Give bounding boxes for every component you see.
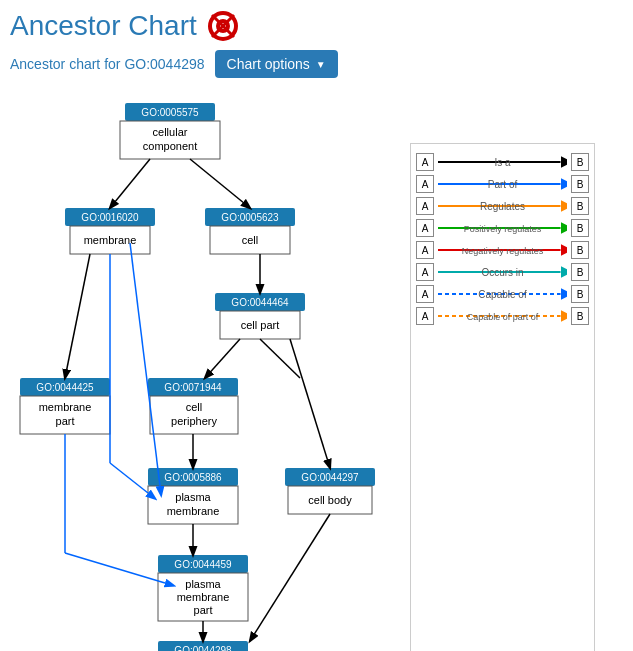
legend-box-b-partof: B xyxy=(571,175,589,193)
page-container: Ancestor Chart Ancestor chart for GO:004… xyxy=(0,0,633,651)
svg-text:cell: cell xyxy=(186,401,203,413)
svg-text:Capable of: Capable of xyxy=(478,289,527,300)
legend-box-a-isa: A xyxy=(416,153,434,171)
subtitle-text: Ancestor chart for GO:0044298 xyxy=(10,56,205,72)
svg-text:Positively regulates: Positively regulates xyxy=(464,224,542,234)
legend-box-b-occurs-in: B xyxy=(571,263,589,281)
svg-text:Occurs in: Occurs in xyxy=(481,267,523,278)
svg-line-69 xyxy=(130,243,160,486)
ancestor-chart-icon xyxy=(207,10,239,42)
main-content: GO:0005575 cellular component GO:0016020… xyxy=(10,93,623,651)
legend-box-b-neg-regulates: B xyxy=(571,241,589,259)
legend: A Is a B xyxy=(410,143,595,651)
svg-line-55 xyxy=(190,159,250,208)
svg-text:GO:0044297: GO:0044297 xyxy=(301,472,359,483)
page-title: Ancestor Chart xyxy=(10,10,197,42)
legend-row-occurs-in: A Occurs in B xyxy=(416,263,589,281)
subtitle-row: Ancestor chart for GO:0044298 Chart opti… xyxy=(10,50,623,78)
header: Ancestor Chart xyxy=(10,10,623,42)
legend-row-pos-regulates: A Positively regulates B xyxy=(416,219,589,237)
legend-box-b-capable-of: B xyxy=(571,285,589,303)
svg-text:membrane: membrane xyxy=(167,505,220,517)
svg-line-68 xyxy=(290,339,330,468)
chart-area: GO:0005575 cellular component GO:0016020… xyxy=(10,93,400,651)
svg-text:part: part xyxy=(194,604,213,616)
legend-box-b-pos-regulates: B xyxy=(571,219,589,237)
legend-row-capable-of-part-of: A Capable of part of B xyxy=(416,307,589,325)
legend-row-regulates: A Regulates B xyxy=(416,197,589,215)
legend-box-b-regulates: B xyxy=(571,197,589,215)
svg-text:GO:0005886: GO:0005886 xyxy=(164,472,222,483)
legend-box-a-capable-of-part-of: A xyxy=(416,307,434,325)
chart-options-button[interactable]: Chart options ▼ xyxy=(215,50,338,78)
chart-options-label: Chart options xyxy=(227,56,310,72)
svg-text:membrane: membrane xyxy=(177,591,230,603)
legend-row-isa: A Is a B xyxy=(416,153,589,171)
svg-text:GO:0044425: GO:0044425 xyxy=(36,382,94,393)
ancestor-chart-svg: GO:0005575 cellular component GO:0016020… xyxy=(10,93,400,651)
legend-row-partof: A Part of B xyxy=(416,175,589,193)
legend-box-a-regulates: A xyxy=(416,197,434,215)
svg-text:GO:0005575: GO:0005575 xyxy=(141,107,199,118)
svg-line-63 xyxy=(65,553,165,583)
legend-box-a-partof: A xyxy=(416,175,434,193)
legend-row-capable-of: A Capable of B xyxy=(416,285,589,303)
svg-text:periphery: periphery xyxy=(171,415,217,427)
svg-text:GO:0016020: GO:0016020 xyxy=(81,212,139,223)
svg-text:Capable of part of: Capable of part of xyxy=(467,312,539,322)
svg-text:Is a: Is a xyxy=(494,157,511,168)
svg-text:GO:0044464: GO:0044464 xyxy=(231,297,289,308)
svg-text:Negatively regulates: Negatively regulates xyxy=(462,246,544,256)
legend-box-a-occurs-in: A xyxy=(416,263,434,281)
svg-text:cell body: cell body xyxy=(308,494,352,506)
svg-line-58 xyxy=(65,254,90,378)
svg-text:cell part: cell part xyxy=(241,319,280,331)
svg-text:cellular: cellular xyxy=(153,126,188,138)
legend-box-b-capable-of-part-of: B xyxy=(571,307,589,325)
legend-box-a-neg-regulates: A xyxy=(416,241,434,259)
legend-box-b-isa: B xyxy=(571,153,589,171)
svg-line-59 xyxy=(260,339,300,378)
svg-line-54 xyxy=(110,159,150,208)
svg-text:GO:0005623: GO:0005623 xyxy=(221,212,279,223)
svg-line-65 xyxy=(250,514,330,641)
svg-text:GO:0071944: GO:0071944 xyxy=(164,382,222,393)
svg-text:membrane: membrane xyxy=(84,234,137,246)
svg-text:plasma: plasma xyxy=(175,491,211,503)
svg-text:plasma: plasma xyxy=(185,578,221,590)
svg-text:Part of: Part of xyxy=(488,179,518,190)
svg-text:GO:0044459: GO:0044459 xyxy=(174,559,232,570)
svg-text:cell: cell xyxy=(242,234,259,246)
legend-box-a-capable-of: A xyxy=(416,285,434,303)
svg-text:GO:0044298: GO:0044298 xyxy=(174,645,232,651)
svg-line-67 xyxy=(110,463,148,493)
chart-options-arrow-icon: ▼ xyxy=(316,59,326,70)
svg-text:membrane: membrane xyxy=(39,401,92,413)
svg-line-57 xyxy=(205,339,240,378)
svg-text:component: component xyxy=(143,140,197,152)
legend-box-a-pos-regulates: A xyxy=(416,219,434,237)
legend-row-neg-regulates: A Negatively regulates B xyxy=(416,241,589,259)
svg-text:Regulates: Regulates xyxy=(480,201,525,212)
svg-text:part: part xyxy=(56,415,75,427)
